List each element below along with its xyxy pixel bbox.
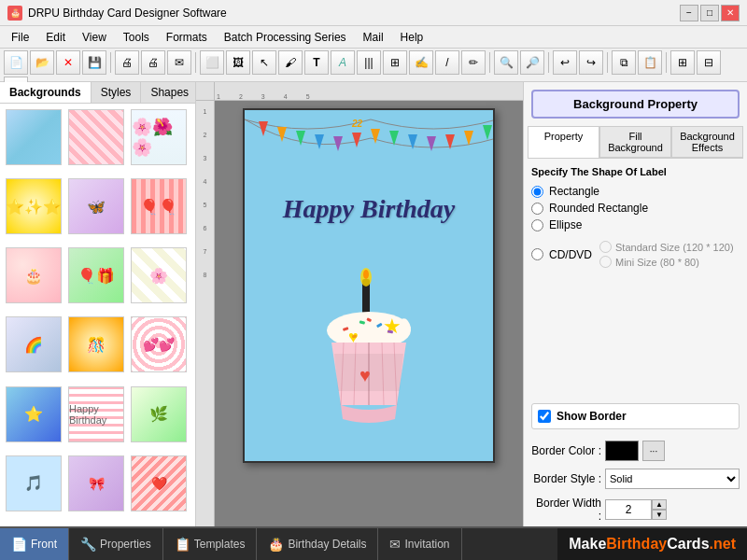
close-button[interactable]: ✕ <box>721 5 740 21</box>
birthday-card[interactable]: 22 Happy Birthday <box>243 108 495 463</box>
image-button[interactable]: 🖼 <box>226 50 250 75</box>
show-border-section: Show Border <box>531 403 740 429</box>
card-canvas: 22 Happy Birthday <box>215 101 523 526</box>
line-button[interactable]: / <box>435 50 459 75</box>
tab-fill-background[interactable]: Fill Background <box>599 126 671 158</box>
zoom-out-button[interactable]: 🔎 <box>520 50 544 75</box>
radio-rounded-rectangle[interactable]: Rounded Rectangle <box>531 202 740 215</box>
cursor-button[interactable]: ↖ <box>252 50 276 75</box>
list-item[interactable]: 🌿 <box>131 386 187 442</box>
radio-cd-dvd[interactable]: CD/DVD <box>531 248 592 261</box>
shape-button[interactable]: ⬜ <box>200 50 224 75</box>
list-item[interactable]: 💕💕 <box>131 316 187 372</box>
redo-button[interactable]: ↪ <box>579 50 603 75</box>
window-controls[interactable]: − □ ✕ <box>680 5 740 21</box>
envelope-button[interactable]: ✉ <box>167 50 191 75</box>
list-item[interactable]: ⭐ <box>6 386 62 442</box>
panel-title: Background Property <box>531 90 740 119</box>
list-item[interactable]: 🎈🎈 <box>131 178 187 234</box>
list-item[interactable]: 🎈🎁 <box>68 247 124 303</box>
maximize-button[interactable]: □ <box>700 5 719 21</box>
menu-mail[interactable]: Mail <box>356 29 391 46</box>
width-increment-button[interactable]: ▲ <box>652 499 667 510</box>
menu-edit[interactable]: Edit <box>38 29 73 46</box>
print2-button[interactable]: 🖨 <box>141 50 165 75</box>
border-width-input[interactable]: 2 <box>605 499 652 520</box>
tab-shapes[interactable]: Shapes <box>141 82 199 103</box>
paste-button[interactable]: 📋 <box>638 50 662 75</box>
list-item[interactable]: Happy Birthday <box>68 386 124 442</box>
border-color-swatch[interactable] <box>605 441 639 461</box>
list-item[interactable] <box>6 109 62 165</box>
radio-mini-size[interactable]: Mini Size (80 * 80) <box>599 256 734 268</box>
list-item[interactable]: 🎀 <box>68 455 124 511</box>
list-item[interactable]: 🌸🌺🌸 <box>131 109 187 165</box>
grid2-button[interactable]: ⊟ <box>697 50 721 75</box>
minimize-button[interactable]: − <box>680 5 698 21</box>
cupcake-svg: ★ ♥ <box>294 260 444 456</box>
text-button[interactable]: T <box>304 50 329 75</box>
border-width-label: Border Width : <box>531 497 601 523</box>
bottom-tab-birthday-details[interactable]: 🎂 Birthday Details <box>257 528 378 560</box>
menu-formats[interactable]: Formats <box>159 29 215 46</box>
save-button[interactable]: 💾 <box>82 50 106 75</box>
barcode-button[interactable]: ||| <box>357 50 381 75</box>
menu-help[interactable]: Help <box>393 29 431 46</box>
close-file-button[interactable]: ✕ <box>56 50 80 75</box>
svg-marker-12 <box>483 125 492 140</box>
list-item[interactable]: 🌸 <box>131 247 187 303</box>
radio-standard-size[interactable]: Standard Size (120 * 120) <box>599 241 734 253</box>
show-border-checkbox[interactable] <box>538 410 551 423</box>
bottom-tab-front[interactable]: 📄 Front <box>0 528 69 560</box>
copy-button[interactable]: ⧉ <box>612 50 636 75</box>
menu-file[interactable]: File <box>4 29 36 46</box>
properties-tab-label: Properties <box>100 538 151 551</box>
list-item[interactable]: 🎵 <box>6 455 62 511</box>
toolbar-sep-5 <box>607 52 608 73</box>
list-item[interactable] <box>68 109 124 165</box>
border-style-row: Border Style : Solid Dashed Dotted <box>531 469 740 489</box>
ruler-vertical: 1 2 3 4 5 6 7 8 <box>196 101 215 526</box>
open-button[interactable]: 📂 <box>30 50 54 75</box>
list-item[interactable]: ⭐✨⭐ <box>6 178 62 234</box>
canvas-area[interactable]: 1 2 3 4 5 1 2 3 4 5 6 7 8 <box>196 82 523 526</box>
border-color-picker-button[interactable]: ··· <box>642 441 665 461</box>
radio-ellipse[interactable]: Ellipse <box>531 218 740 231</box>
toolbar-sep-3 <box>489 52 490 73</box>
print-button[interactable]: 🖨 <box>115 50 139 75</box>
signature-button[interactable]: ✍ <box>409 50 433 75</box>
undo-button[interactable]: ↩ <box>553 50 577 75</box>
table-button[interactable]: ⊞ <box>383 50 407 75</box>
menu-tools[interactable]: Tools <box>116 29 157 46</box>
bottom-tab-properties[interactable]: 🔧 Properties <box>69 528 163 560</box>
svg-marker-9 <box>427 136 436 151</box>
menu-batch[interactable]: Batch Processing Series <box>217 29 354 46</box>
toolbar-sep-2 <box>195 52 196 73</box>
wordart-button[interactable]: A <box>331 50 355 75</box>
shape-section-title: Specify The Shape Of Label <box>531 166 740 177</box>
paint-button[interactable]: 🖌 <box>278 50 303 75</box>
panel-tabs[interactable]: Backgrounds Styles Shapes <box>0 82 195 104</box>
tab-styles[interactable]: Styles <box>92 82 142 103</box>
tab-background-effects[interactable]: Background Effects <box>671 126 743 158</box>
list-item[interactable]: 🌈 <box>6 316 62 372</box>
radio-rectangle[interactable]: Rectangle <box>531 185 740 198</box>
new-button[interactable]: 📄 <box>4 50 28 75</box>
zoom-in-button[interactable]: 🔍 <box>494 50 518 75</box>
bottom-tab-templates[interactable]: 📋 Templates <box>163 528 258 560</box>
list-item[interactable]: ❤️ <box>131 455 187 511</box>
border-width-input-wrap: 2 ▲ ▼ <box>605 499 667 520</box>
list-item[interactable]: 🎊 <box>68 316 124 372</box>
list-item[interactable]: 🎂 <box>6 247 62 303</box>
list-item[interactable]: 🦋 <box>68 178 124 234</box>
menu-view[interactable]: View <box>75 29 114 46</box>
cd-options: Standard Size (120 * 120) Mini Size (80 … <box>599 241 734 268</box>
bottom-tab-invitation[interactable]: ✉ Invitation <box>378 528 461 560</box>
tab-backgrounds[interactable]: Backgrounds <box>0 82 92 103</box>
tab-property[interactable]: Property <box>528 126 599 158</box>
draw-button[interactable]: ✏ <box>461 50 486 75</box>
grid-button[interactable]: ⊞ <box>670 50 695 75</box>
right-panel: Background Property Property Fill Backgr… <box>523 82 747 526</box>
border-style-select[interactable]: Solid Dashed Dotted <box>605 469 740 489</box>
width-decrement-button[interactable]: ▼ <box>652 510 667 520</box>
